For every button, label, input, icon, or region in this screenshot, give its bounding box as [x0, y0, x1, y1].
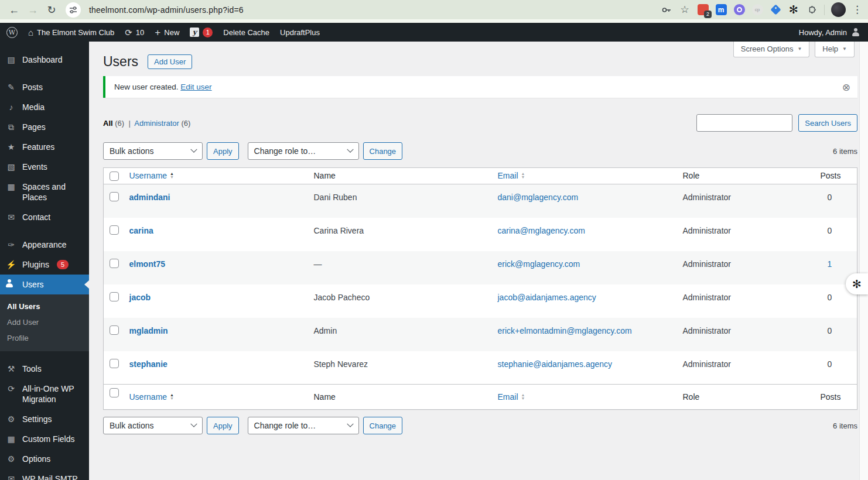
delete-cache-menu[interactable]: Delete Cache	[218, 23, 275, 42]
sidebar-subitem-add-user[interactable]: Add User	[0, 314, 89, 330]
yoast-seo-menu[interactable]: y 1	[184, 23, 218, 42]
posts-count: 0	[828, 326, 832, 335]
bookmark-star-icon[interactable]: ☆	[679, 5, 691, 15]
sidebar-item-spaces-and-places[interactable]: ▦Spaces and Places	[0, 177, 89, 207]
site-info-button[interactable]	[66, 2, 81, 18]
email-link[interactable]: stephanie@aidanjames.agency	[498, 359, 613, 369]
sidebar-item-appearance[interactable]: ✑Appearance	[0, 235, 89, 255]
sidebar-item-dashboard[interactable]: ▤Dashboard	[0, 50, 89, 70]
sort-email-link[interactable]: Email▲▼	[498, 171, 525, 180]
username-link[interactable]: jacob	[129, 293, 151, 302]
home-icon: ⌂	[28, 28, 33, 37]
filter-administrator-link[interactable]: Administrator	[134, 119, 179, 128]
username-link[interactable]: carina	[129, 226, 153, 235]
dismiss-notice-icon[interactable]: ⊗	[842, 82, 850, 92]
extension-red-icon[interactable]: 2	[697, 4, 709, 16]
row-checkbox[interactable]	[110, 225, 119, 235]
plugin-update-badge: 5	[57, 260, 69, 269]
sort-username-link[interactable]: Username▲▼	[129, 171, 175, 180]
openai-extension-icon[interactable]: ✻	[788, 4, 799, 16]
search-users-button[interactable]: Search Users	[798, 114, 857, 132]
row-checkbox[interactable]	[110, 292, 119, 301]
email-link[interactable]: jacob@aidanjames.agency	[498, 293, 596, 302]
sidebar-item-media[interactable]: ♪Media	[0, 97, 89, 117]
email-link[interactable]: erick+elmontadmin@mglagency.com	[498, 326, 632, 335]
screen-options-label: Screen Options	[741, 44, 794, 53]
forward-icon[interactable]: →	[25, 5, 41, 15]
extension-gray-icon[interactable]: cp	[751, 4, 763, 16]
change-role-select-bottom[interactable]: Change role to…	[248, 417, 359, 434]
sidebar-item-label: Options	[22, 454, 50, 464]
email-link[interactable]: dani@mglagency.com	[498, 193, 579, 202]
chevron-down-icon: ▼	[842, 46, 847, 52]
back-icon[interactable]: ←	[6, 5, 22, 15]
password-key-icon[interactable]	[661, 4, 672, 16]
sidebar-item-all-in-one-wp-migration[interactable]: ⟳All-in-One WP Migration	[0, 379, 89, 409]
bulk-actions-select[interactable]: Bulk actions	[103, 142, 203, 160]
select-all-checkbox[interactable]	[110, 388, 119, 397]
updates-icon: ⟳	[125, 28, 132, 37]
row-checkbox[interactable]	[110, 325, 119, 335]
sidebar-item-pages[interactable]: ⧉Pages	[0, 117, 89, 137]
change-role-select[interactable]: Change role to…	[248, 142, 359, 160]
wordpress-logo-icon: W	[6, 27, 18, 38]
sidebar-item-plugins[interactable]: ⚡Plugins5	[0, 255, 89, 275]
sidebar-item-options[interactable]: ⚙Options	[0, 449, 89, 469]
email-link[interactable]: erick@mglagency.com	[498, 259, 580, 269]
browser-profile-avatar[interactable]	[831, 2, 846, 17]
scrollbar-track[interactable]	[859, 42, 868, 480]
updraftplus-menu[interactable]: UpdraftPlus	[275, 23, 325, 42]
row-checkbox[interactable]	[110, 359, 119, 368]
apply-button[interactable]: Apply	[207, 142, 239, 160]
extension-tag-icon[interactable]	[770, 4, 781, 16]
sort-email-link[interactable]: Email▲▼	[498, 392, 525, 402]
url-text[interactable]: theelmont.com/wp-admin/users.php?id=6	[89, 5, 244, 15]
chatgpt-float-button[interactable]: ✻	[846, 273, 868, 294]
extensions-puzzle-icon[interactable]	[806, 4, 818, 16]
add-user-button[interactable]: Add User	[148, 54, 192, 69]
row-checkbox[interactable]	[110, 259, 119, 268]
extension-m-icon[interactable]: m	[715, 4, 727, 16]
filter-all-link[interactable]: All	[103, 119, 113, 128]
sidebar-item-contact[interactable]: ✉Contact	[0, 207, 89, 227]
screen-options-tab[interactable]: Screen Options ▼	[733, 42, 810, 57]
reload-icon[interactable]: ↻	[43, 5, 60, 15]
sidebar-item-custom-fields[interactable]: ▦Custom Fields	[0, 429, 89, 449]
sidebar-item-posts[interactable]: ✎Posts	[0, 77, 89, 97]
username-link[interactable]: stephanie	[129, 359, 168, 369]
sidebar-subitem-profile[interactable]: Profile	[0, 330, 89, 346]
username-link[interactable]: admindani	[129, 193, 170, 202]
sidebar-item-wp-mail-smtp[interactable]: ✉WP Mail SMTP	[0, 469, 89, 480]
new-content-menu[interactable]: + New	[149, 23, 184, 42]
search-users-input[interactable]	[696, 114, 792, 132]
envelope-icon: ✉	[5, 212, 17, 222]
help-tab[interactable]: Help ▼	[815, 42, 855, 57]
browser-menu-icon[interactable]: ⋮	[852, 4, 862, 16]
sidebar-item-events[interactable]: ▧Events	[0, 157, 89, 177]
username-link[interactable]: elmont75	[129, 259, 165, 269]
new-label: New	[164, 28, 179, 37]
sidebar-item-label: Spaces and Places	[22, 181, 86, 203]
sidebar-item-features[interactable]: ★Features	[0, 137, 89, 157]
email-link[interactable]: carina@mglagency.com	[498, 226, 585, 235]
username-link[interactable]: mgladmin	[129, 326, 168, 335]
updates-menu[interactable]: ⟳ 10	[119, 23, 149, 42]
migration-icon: ⟳	[5, 383, 17, 394]
change-button[interactable]: Change	[363, 142, 403, 160]
apply-button-bottom[interactable]: Apply	[207, 417, 239, 434]
posts-count-link[interactable]: 1	[828, 259, 832, 269]
sidebar-item-tools[interactable]: ⚒Tools	[0, 359, 89, 379]
row-checkbox[interactable]	[110, 192, 119, 201]
select-all-checkbox[interactable]	[110, 172, 119, 181]
sidebar-subitem-all-users[interactable]: All Users	[0, 299, 89, 314]
sidebar-item-settings[interactable]: ⚙Settings	[0, 409, 89, 429]
wp-logo-menu[interactable]: W	[1, 23, 23, 42]
extension-purple-icon[interactable]	[733, 4, 745, 16]
my-account-menu[interactable]: Howdy, Admin	[792, 28, 867, 37]
sort-username-link[interactable]: Username▲▼	[129, 392, 175, 402]
edit-user-link[interactable]: Edit user	[180, 83, 211, 91]
sidebar-item-users[interactable]: Users	[0, 275, 89, 294]
bulk-actions-select-bottom[interactable]: Bulk actions	[103, 417, 203, 434]
site-name-menu[interactable]: ⌂ The Elmont Swim Club	[23, 23, 119, 42]
change-button-bottom[interactable]: Change	[363, 417, 403, 434]
